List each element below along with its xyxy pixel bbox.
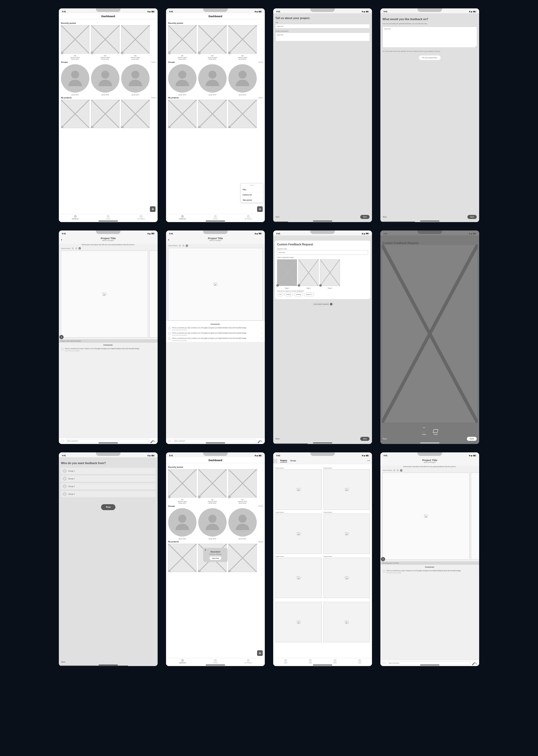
project-cell[interactable]: Project Name <box>275 600 322 642</box>
see-all-link[interactable]: See all <box>151 97 155 99</box>
chip-drawing[interactable]: Drawing <box>294 293 303 296</box>
close-icon[interactable]: ✕ <box>204 549 206 551</box>
group-card[interactable]: group name <box>61 64 89 96</box>
tab-label[interactable]: Label <box>273 659 298 664</box>
back-button[interactable]: Back <box>276 438 280 440</box>
star-icon[interactable]: ☆ <box>476 570 477 574</box>
question-input[interactable] <box>277 250 368 255</box>
tab-dashboard[interactable]: Dashboard <box>166 215 199 220</box>
tab-groups[interactable]: Groups <box>92 215 125 220</box>
mic-icon[interactable]: 🎤 <box>257 440 259 442</box>
post-button[interactable]: Post <box>101 504 115 510</box>
tab-myprojects[interactable]: My Projects <box>125 215 158 220</box>
back-button[interactable]: Back <box>383 438 387 440</box>
project-cell[interactable]: Project Name <box>275 511 322 554</box>
add-fab-button[interactable]: ⊕ <box>150 206 155 212</box>
project-cell[interactable]: Project Name <box>323 600 370 642</box>
add-question-button[interactable]: Add Another Question+ <box>311 302 334 307</box>
like-icon[interactable]: ♡ <box>261 337 263 341</box>
tab-myprojects[interactable]: My Projects <box>232 215 265 220</box>
page-2-thumb[interactable]: ✓Page 2 <box>298 260 318 289</box>
group-3-option[interactable]: Group 3 <box>61 483 155 490</box>
project-image[interactable]: ! <box>61 251 148 338</box>
page-1-thumb[interactable]: ✓Page 1 <box>277 260 297 289</box>
more-icon[interactable]: ••• <box>367 460 370 462</box>
group-2-option[interactable]: Group 2 <box>61 475 155 482</box>
view-post-button[interactable]: View Post <box>209 556 221 560</box>
project-cell[interactable]: Project Name <box>323 511 370 554</box>
next-button[interactable]: Next <box>360 215 369 219</box>
seg-groups[interactable]: Groups <box>290 460 296 462</box>
version-3-button[interactable]: 3 <box>79 247 81 250</box>
group-4-option[interactable]: Group 4 <box>61 491 155 497</box>
alert-icon[interactable]: ! <box>59 335 64 339</box>
chip-textbox[interactable]: Textbox <box>284 293 293 296</box>
draw-icon[interactable]: ✎ <box>153 440 155 442</box>
title-input[interactable] <box>275 24 370 28</box>
project-cell[interactable]: Project Name <box>275 556 322 598</box>
like-icon[interactable]: ♡ <box>154 348 155 352</box>
alert-icon[interactable]: ! <box>381 557 385 561</box>
chip-select[interactable]: Select Po <box>304 293 314 296</box>
post-card[interactable]: titleperson's namegroup name <box>91 25 120 60</box>
project-cell[interactable]: Project Name <box>323 467 370 510</box>
draw-icon[interactable]: ✎ <box>475 662 477 664</box>
description-input[interactable] <box>275 32 370 41</box>
survey-banner[interactable]: View Responses To Survey <box>380 561 479 565</box>
done-button[interactable]: Done <box>467 437 477 441</box>
next-button[interactable]: Next <box>467 215 477 219</box>
next-button[interactable]: Next <box>360 437 369 441</box>
back-chevron-icon[interactable]: ‹ <box>168 238 169 241</box>
profile-thumb-icon[interactable] <box>273 459 277 463</box>
comment-input[interactable] <box>65 439 149 443</box>
back-chevron-icon[interactable]: ‹ <box>61 238 62 241</box>
post-card[interactable]: titleperson's namegroup name <box>61 25 89 60</box>
project-cell[interactable]: Project Name <box>323 556 370 598</box>
upload-camera-roll-option[interactable]: Camera roll <box>241 192 263 198</box>
page-3-thumb[interactable]: ✓Page 3 <box>320 260 340 289</box>
tab-label[interactable]: Label <box>347 659 372 664</box>
post-card[interactable]: titleperson's namegroup name <box>121 25 149 60</box>
project-card[interactable] <box>61 100 89 128</box>
draw-tool-button[interactable]: Draw <box>422 428 426 435</box>
post-card[interactable]: titleperson's namegroup name <box>168 25 196 60</box>
mic-icon[interactable]: 🎤 <box>150 440 152 442</box>
draw-icon[interactable]: ✎ <box>261 440 263 442</box>
like-icon[interactable]: ♡ <box>261 327 263 331</box>
add-fab-button[interactable]: ⊕ <box>257 206 263 212</box>
group-card[interactable]: group name <box>91 64 120 96</box>
upload-take-picture-option[interactable]: Take picture <box>241 198 263 203</box>
seg-projects[interactable]: Projects <box>280 459 287 462</box>
project-cell[interactable]: Project Name <box>275 467 322 510</box>
like-icon[interactable]: ♡ <box>261 332 263 336</box>
back-button[interactable]: Back <box>383 216 387 218</box>
post-card[interactable]: titleperson's namegroup name <box>198 25 227 60</box>
chip-poll[interactable]: Poll <box>277 293 283 296</box>
project-card[interactable] <box>91 100 120 128</box>
back-button[interactable]: Back <box>61 661 65 663</box>
project-card[interactable] <box>121 100 149 128</box>
tab-dashboard[interactable]: Dashboard <box>59 215 92 220</box>
modal-overlay[interactable] <box>380 230 479 444</box>
group-card[interactable]: group name <box>121 64 149 96</box>
upload-files-option[interactable]: Files <box>241 187 263 192</box>
see-all-link[interactable]: See all <box>151 61 155 63</box>
comment-input[interactable] <box>172 439 256 443</box>
back-button[interactable]: Back <box>276 216 280 218</box>
tab-groups[interactable]: Groups <box>199 215 232 220</box>
tab-label[interactable]: Label <box>298 659 323 664</box>
version-2-button[interactable]: 2 <box>75 247 78 250</box>
feedback-input[interactable] <box>383 26 477 48</box>
tab-label[interactable]: Label <box>323 659 347 664</box>
erase-tool-button[interactable]: Erase <box>433 428 438 435</box>
post-card[interactable]: titleperson's namegroup name <box>228 25 257 60</box>
project-image[interactable] <box>168 248 263 321</box>
feedback-banner[interactable]: Designer wants specific feedback <box>59 339 158 343</box>
custom-form-button[interactable]: Fill out a custom form. <box>419 56 441 60</box>
add-fab-button[interactable]: ⊕ <box>257 650 263 656</box>
mic-icon[interactable]: 🎤 <box>472 662 474 664</box>
version-1-button[interactable]: 1 <box>72 247 74 250</box>
comment-input[interactable] <box>386 661 471 665</box>
group-1-option[interactable]: Group 1 <box>61 468 155 474</box>
project-image[interactable]: ! <box>383 473 469 560</box>
